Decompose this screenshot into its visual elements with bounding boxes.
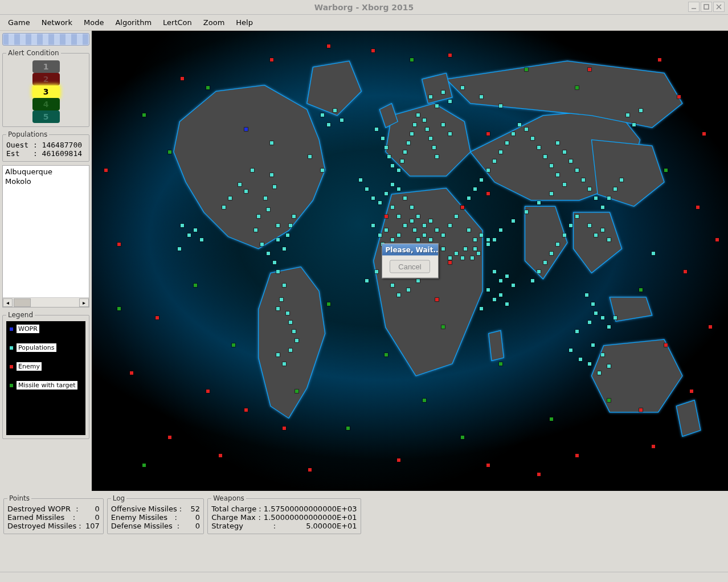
map-dot-teal	[601, 353, 604, 356]
map-dot-teal	[518, 123, 521, 126]
map-dot-teal	[512, 219, 515, 223]
map-dot-teal	[525, 210, 528, 214]
close-icon[interactable]	[713, 2, 725, 12]
menu-zoom[interactable]: Zoom	[199, 16, 229, 29]
map-dot-teal	[569, 159, 572, 163]
map-dot-teal	[614, 316, 617, 319]
map-dot-red	[117, 243, 121, 246]
map-dot-red	[168, 436, 171, 439]
stat-label: Defense Missiles	[111, 522, 173, 530]
menu-network[interactable]: Network	[37, 16, 77, 29]
menu-game[interactable]: Game	[3, 16, 35, 29]
alert-condition-legend: Alert Condition	[6, 49, 61, 57]
map-dot-teal	[505, 274, 509, 278]
populations-panel: Populations Ouest : 146487700 Est : 4616…	[2, 130, 89, 162]
map-dot-red	[702, 132, 706, 136]
map-dot-teal	[486, 288, 490, 292]
map-dot-teal	[448, 100, 452, 103]
map-dot-green	[206, 86, 210, 89]
map-dot-teal	[397, 293, 400, 297]
map-dot-teal	[260, 243, 264, 246]
menu-algorithm[interactable]: Algorithm	[111, 16, 156, 29]
map-dot-teal	[257, 215, 260, 218]
map-dot-teal	[381, 137, 385, 140]
map-dot-teal	[276, 307, 280, 310]
stat-colon: :	[76, 505, 78, 513]
map-dot-teal	[321, 113, 324, 117]
map-dot-teal	[429, 238, 432, 241]
map-dot-teal	[480, 307, 483, 310]
map-dot-teal	[556, 243, 559, 246]
map-dot-teal	[531, 137, 534, 140]
list-item[interactable]: Mokolo	[4, 177, 88, 186]
map-dot-teal	[639, 109, 643, 112]
progress-bar	[2, 33, 89, 46]
map-dot-red	[486, 132, 490, 136]
listbox-hscrollbar[interactable]: ◂ ▸	[3, 297, 89, 307]
svg-rect-1	[704, 5, 709, 9]
map-dot-teal	[632, 123, 636, 126]
map-viewport[interactable]: Please, Wait... Cancel	[92, 31, 728, 491]
map-dot-teal	[403, 150, 407, 154]
map-dot-teal	[601, 206, 604, 209]
map-dot-teal	[194, 228, 197, 232]
map-dot-teal	[582, 178, 585, 182]
map-dot-teal	[448, 132, 452, 136]
scroll-thumb[interactable]	[14, 298, 31, 307]
map-dot-teal	[493, 298, 496, 301]
stat-label: Total charge	[211, 505, 256, 513]
map-dot-teal	[413, 123, 416, 126]
menu-help[interactable]: Help	[231, 16, 257, 29]
map-dot-teal	[441, 247, 445, 251]
map-dot-teal	[292, 330, 296, 333]
maximize-icon[interactable]	[701, 2, 712, 12]
stat-value: 0	[184, 522, 200, 530]
minimize-icon[interactable]	[688, 2, 700, 12]
map-dot-green	[327, 302, 330, 306]
menu-lertcon[interactable]: LertCon	[158, 16, 197, 29]
map-dot-teal	[601, 228, 604, 232]
map-dot-teal	[477, 252, 480, 255]
scroll-left-icon[interactable]: ◂	[3, 298, 13, 307]
legend-row: WOPR	[10, 325, 82, 333]
map-dot-red	[371, 49, 375, 52]
map-dot-teal	[289, 224, 292, 227]
map-dot-red	[715, 238, 719, 241]
window-titlebar: Warborg - Xborg 2015	[0, 0, 728, 15]
map-dot-red	[206, 390, 210, 393]
cancel-button[interactable]: Cancel	[390, 260, 430, 273]
map-dot-teal	[200, 238, 203, 241]
stat-value: 5.00000E+01	[306, 522, 357, 530]
city-listbox[interactable]: AlbuquerqueMokolo ◂ ▸	[2, 165, 89, 308]
map-dot-red	[709, 325, 712, 329]
legend-label: Missile with target	[17, 381, 77, 390]
map-dot-teal	[473, 247, 477, 251]
map-dot-teal	[365, 279, 369, 282]
map-dot-teal	[391, 164, 394, 167]
map-dot-teal	[499, 104, 502, 108]
map-dot-teal	[486, 238, 490, 241]
map-dot-red	[639, 408, 643, 412]
map-dot-teal	[378, 233, 382, 237]
map-dot-teal	[550, 192, 553, 195]
map-dot-teal	[385, 192, 388, 195]
map-dot-teal	[614, 187, 617, 191]
map-dot-teal	[607, 364, 611, 368]
map-dot-red	[244, 408, 248, 412]
map-dot-teal	[410, 219, 414, 223]
map-dot-teal	[512, 284, 515, 287]
map-dot-teal	[620, 178, 623, 182]
stat-colon: :	[177, 522, 179, 530]
stat-colon: :	[73, 513, 75, 522]
weapons-legend: Weapons	[211, 494, 246, 502]
weapons-panel: Weapons Total charge:1.57500000000000E+0…	[207, 494, 361, 534]
map-dot-teal	[575, 169, 579, 172]
map-dot-teal	[480, 95, 483, 99]
wait-dialog-title: Please, Wait...	[382, 244, 438, 256]
menu-mode[interactable]: Mode	[79, 16, 108, 29]
map-dot-teal	[499, 293, 502, 297]
stat-colon: :	[259, 505, 261, 513]
scroll-right-icon[interactable]: ▸	[79, 298, 89, 307]
city-list-items[interactable]: AlbuquerqueMokolo	[3, 166, 89, 297]
list-item[interactable]: Albuquerque	[4, 167, 88, 177]
